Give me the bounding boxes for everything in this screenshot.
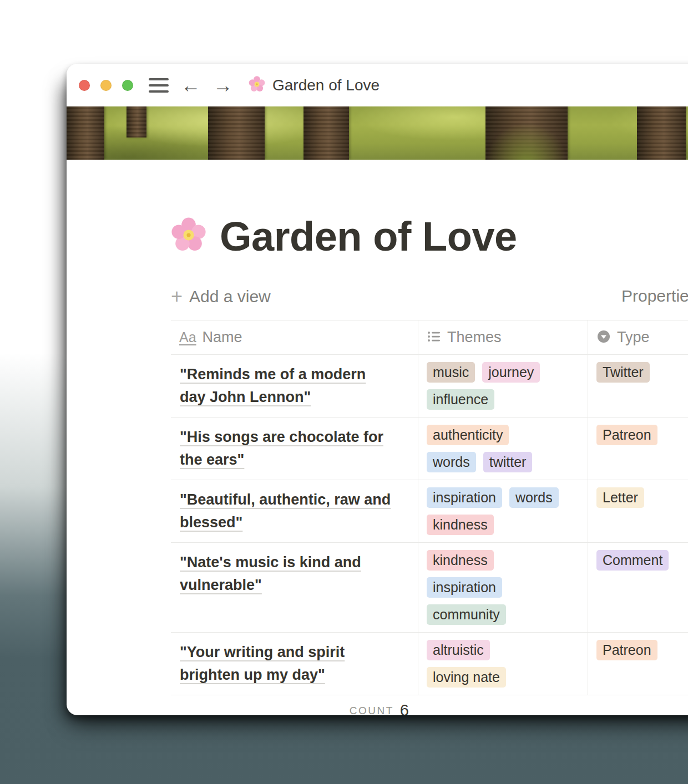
column-header-themes[interactable]: Themes [418,320,588,354]
tag[interactable]: journey [482,362,540,383]
column-label: Themes [447,329,502,346]
window-title: Garden of Love [272,77,380,94]
tag[interactable]: Letter [596,487,644,508]
titlebar: ← → Garden of Love [67,64,688,106]
row-name-link[interactable]: "Nate's music is kind and vulnerable" [171,543,418,632]
tag[interactable]: influence [427,389,494,410]
row-name-text: "His songs are chocolate for the ears" [180,429,383,468]
count-label: COUNT [350,705,394,716]
tag[interactable]: Twitter [596,362,650,383]
add-view-button[interactable]: + Add a view [171,287,271,307]
tag[interactable]: words [509,487,559,508]
menu-icon[interactable] [149,78,169,93]
column-header-type[interactable]: Type [588,320,688,354]
plus-icon: + [171,287,183,307]
tag[interactable]: kindness [427,550,494,571]
database-table: Aa Name Themes [171,320,688,715]
count-value: 6 [400,701,409,715]
row-name-text: "Beautiful, authentic, raw and blessed" [180,491,391,531]
tag[interactable]: loving nate [427,667,506,688]
row-type-cell: Patreon [588,418,688,480]
tag[interactable]: Patreon [596,425,657,445]
row-themes-cell: altruisticloving nate [418,633,588,695]
close-button[interactable] [79,80,90,91]
table-body: "Reminds me of a modern day John Lennon"… [171,355,688,695]
cover-image [67,106,688,160]
table-header: Aa Name Themes [171,320,688,355]
page-header: Garden of Love [171,213,688,259]
table-row: "His songs are chocolate for the ears" a… [171,418,688,480]
tag[interactable]: inspiration [427,577,502,598]
row-name-link[interactable]: "Your writing and spirit brighten up my … [171,633,418,695]
tag[interactable]: community [427,604,506,625]
traffic-lights [79,80,133,91]
row-themes-cell: inspirationwordskindness [418,480,588,542]
column-label: Name [203,329,242,346]
column-header-name[interactable]: Aa Name [171,320,418,354]
table-row: "Your writing and spirit brighten up my … [171,633,688,695]
row-name-text: "Reminds me of a modern day John Lennon" [180,366,366,405]
zoom-button[interactable] [122,80,133,91]
row-type-cell: Comment [588,543,688,632]
view-controls: + Add a view Properties [171,281,688,312]
page-content: Garden of Love + Add a view Properties A… [67,213,688,715]
row-themes-cell: kindnessinspirationcommunity [418,543,588,632]
tag[interactable]: inspiration [427,487,502,508]
row-type-cell: Patreon [588,633,688,695]
multiselect-list-icon [427,329,441,346]
row-type-cell: Twitter [588,355,688,417]
minimize-button[interactable] [100,80,112,91]
row-themes-cell: authenticitywordstwitter [418,418,588,480]
back-arrow-icon[interactable]: ← [181,75,201,95]
tag[interactable]: authenticity [427,425,509,445]
page-icon-cherry-blossom[interactable] [171,217,206,255]
table-row: "Reminds me of a modern day John Lennon"… [171,355,688,418]
forward-arrow-icon[interactable]: → [213,75,233,95]
tag[interactable]: altruistic [427,640,490,660]
row-name-link[interactable]: "Beautiful, authentic, raw and blessed" [171,480,418,542]
row-type-cell: Letter [588,480,688,542]
tag[interactable]: words [427,452,476,472]
tag[interactable]: Comment [596,550,669,571]
column-label: Type [617,329,650,346]
tag[interactable]: music [427,362,475,383]
page-title: Garden of Love [220,213,517,260]
table-footer: COUNT 6 [171,695,688,715]
select-dropdown-icon [596,329,611,346]
tag[interactable]: twitter [483,452,533,472]
cherry-blossom-icon [249,76,265,95]
app-window: ← → Garden of Love Garden of Love + Add … [67,64,688,715]
table-row: "Beautiful, authentic, raw and blessed" … [171,480,688,543]
table-row: "Nate's music is kind and vulnerable" ki… [171,543,688,633]
add-view-label: Add a view [189,287,271,306]
row-name-text: "Your writing and spirit brighten up my … [180,644,345,683]
row-name-link[interactable]: "Reminds me of a modern day John Lennon" [171,355,418,417]
row-name-text: "Nate's music is kind and vulnerable" [180,554,361,593]
title-property-icon: Aa [179,329,196,345]
tag[interactable]: Patreon [596,640,657,660]
row-name-link[interactable]: "His songs are chocolate for the ears" [171,418,418,480]
row-themes-cell: musicjourneyinfluence [418,355,588,417]
tag[interactable]: kindness [427,515,494,535]
properties-button[interactable]: Properties [621,287,688,306]
count-toggle[interactable]: COUNT 6 [171,695,418,715]
